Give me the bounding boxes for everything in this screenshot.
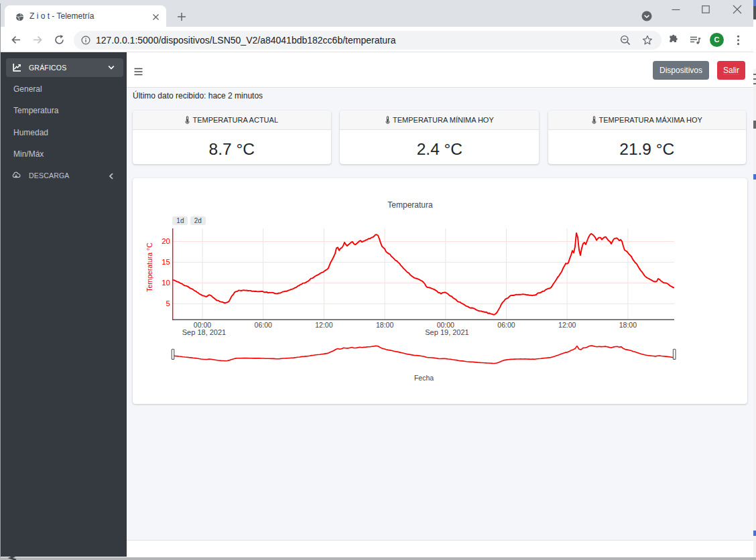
svg-text:Sep 19, 2021: Sep 19, 2021 xyxy=(425,328,468,336)
svg-text:Temperatura °C: Temperatura °C xyxy=(145,242,153,292)
svg-text:Fecha: Fecha xyxy=(414,374,434,382)
svg-text:06:00: 06:00 xyxy=(497,321,515,329)
svg-text:Sep 18, 2021: Sep 18, 2021 xyxy=(182,328,226,336)
svg-text:5: 5 xyxy=(166,299,170,307)
svg-text:20: 20 xyxy=(162,237,170,245)
svg-text:06:00: 06:00 xyxy=(255,321,272,329)
svg-text:10: 10 xyxy=(162,279,170,287)
svg-text:18:00: 18:00 xyxy=(619,321,637,329)
svg-text:12:00: 12:00 xyxy=(315,321,332,329)
svg-text:Temperatura: Temperatura xyxy=(387,200,433,210)
svg-text:15: 15 xyxy=(162,258,170,266)
svg-text:18:00: 18:00 xyxy=(376,321,393,329)
svg-text:12:00: 12:00 xyxy=(558,321,576,329)
